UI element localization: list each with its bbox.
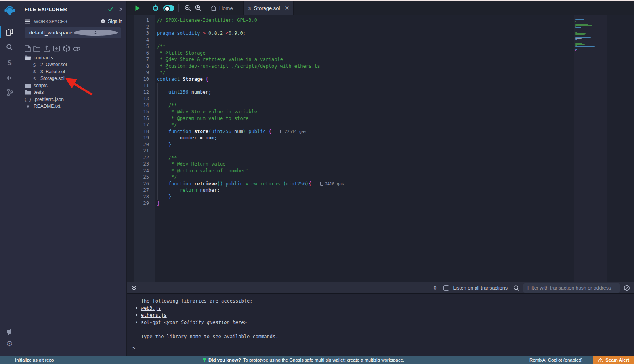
run-script-button[interactable] — [135, 5, 140, 11]
solidity-icon: S — [31, 76, 38, 81]
solidity-file-icon: S — [248, 5, 252, 11]
activity-bar: S ⚙ — [0, 1, 19, 356]
tree-item-3_Ballot.sol[interactable]: S3_Ballot.sol — [19, 68, 126, 75]
zoom-out-icon[interactable] — [184, 4, 191, 11]
workspaces-label: WORKSPACES — [34, 19, 100, 24]
indent-guide — [169, 187, 169, 194]
status-bar: Initialize as git repo Did you know? To … — [0, 356, 634, 364]
settings-gear-icon[interactable]: ⚙ — [0, 337, 19, 350]
solidity-icon: S — [31, 62, 38, 67]
remix-ide-window: S ⚙ FILE EXPLORER WORKSPACES — [0, 0, 634, 364]
svg-text:S: S — [33, 76, 36, 81]
chevron-right-icon[interactable] — [119, 7, 122, 11]
tree-item-README.txt[interactable]: README.txt — [19, 103, 126, 110]
svg-text:S: S — [248, 6, 251, 11]
collapse-terminal-icon[interactable] — [132, 286, 136, 291]
terminal-search-icon[interactable] — [513, 285, 519, 291]
svg-text:S: S — [7, 59, 12, 67]
clear-console-icon[interactable] — [624, 285, 630, 291]
remix-logo-icon[interactable] — [0, 4, 19, 17]
file-text-icon — [25, 104, 31, 109]
editor-minimap[interactable] — [574, 15, 607, 282]
upload-folder-icon[interactable] — [53, 45, 60, 52]
file-tree: contractsS2_Owner.solS3_Ballot.solSStora… — [19, 54, 126, 110]
indent-guide — [157, 83, 158, 200]
braces-icon: { } — [25, 97, 31, 102]
ai-copilot-robot-icon[interactable] — [152, 4, 159, 12]
folder-icon — [25, 83, 31, 88]
tree-item-label: 2_Owner.sol — [40, 62, 67, 67]
cube-icon[interactable] — [63, 45, 70, 52]
tree-item-label: scripts — [34, 83, 48, 88]
new-folder-icon[interactable] — [33, 46, 40, 52]
listen-transactions-label: Listen on all transactions — [453, 285, 508, 291]
file-explorer-icon[interactable] — [0, 26, 19, 38]
deploy-run-icon[interactable] — [0, 72, 19, 84]
tree-item-tests[interactable]: tests — [19, 89, 126, 96]
github-icon — [100, 19, 106, 24]
svg-text:{ }: { } — [25, 97, 31, 102]
ai-copilot-toggle[interactable] — [163, 5, 174, 11]
svg-text:S: S — [33, 63, 36, 67]
main-area: Home S Storage.sol ✕ 1234567891011121314… — [127, 1, 634, 356]
tree-item-2_Owner.sol[interactable]: S2_Owner.sol — [19, 61, 126, 69]
check-icon[interactable] — [108, 7, 113, 11]
warning-triangle-icon — [598, 358, 603, 362]
folder-icon — [25, 90, 31, 95]
tree-item-label: 3_Ballot.sol — [40, 69, 65, 74]
tree-item-label: tests — [34, 90, 44, 95]
tree-item-Storage.sol[interactable]: SStorage.sol — [19, 75, 126, 82]
git-icon[interactable] — [0, 86, 19, 99]
terminal-header: 0 Listen on all transactions — [127, 282, 634, 294]
tree-item-label: README.txt — [34, 103, 60, 109]
workspace-select[interactable]: default_workspace — [25, 27, 121, 38]
plugin-manager-icon[interactable] — [0, 325, 19, 338]
folder-open-icon — [25, 55, 31, 60]
workspace-sort-icon — [74, 30, 118, 36]
link-icon[interactable] — [73, 46, 80, 52]
lightbulb-icon — [203, 358, 206, 362]
terminal: 0 Listen on all transactions The followi… — [127, 282, 634, 356]
terminal-prompt[interactable]: > — [132, 345, 135, 351]
zoom-in-icon[interactable] — [195, 4, 202, 11]
init-git-repo-button[interactable]: Initialize as git repo — [15, 356, 54, 364]
editor-toolbar: Home S Storage.sol ✕ — [127, 1, 634, 15]
svg-text:S: S — [33, 69, 36, 74]
transaction-filter-input[interactable] — [523, 283, 620, 293]
panel-title: FILE EXPLORER — [25, 6, 108, 12]
home-icon — [210, 5, 217, 11]
tree-item-contracts[interactable]: contracts — [19, 54, 126, 61]
tip-bold-text: Did you know? — [208, 358, 241, 362]
solidity-icon: S — [31, 69, 38, 74]
transaction-count-badge: 0 — [434, 285, 437, 291]
workspaces-menu-icon[interactable] — [25, 19, 30, 24]
tip-text: To prototype using the Gnosis safe multi… — [243, 358, 405, 362]
tree-item-.prettierrc.json[interactable]: { }.prettierrc.json — [19, 96, 126, 103]
minimap-bars — [574, 15, 607, 51]
code-editor[interactable]: 1234567891011121314151617181920212223242… — [127, 15, 634, 282]
solidity-compiler-icon[interactable]: S — [0, 57, 19, 69]
copilot-status[interactable]: RemixAI Copilot (enabled) — [529, 358, 582, 362]
tab-home[interactable]: Home — [206, 1, 237, 15]
indent-guide — [169, 135, 169, 141]
tab-storage-sol[interactable]: S Storage.sol ✕ — [243, 1, 294, 15]
sign-in-button[interactable]: Sign in — [100, 19, 122, 24]
tree-item-label: .prettierrc.json — [34, 97, 64, 102]
scam-alert-button[interactable]: Scam Alert — [593, 356, 634, 364]
file-explorer-toolbar — [25, 45, 80, 52]
file-explorer-panel: FILE EXPLORER WORKSPACES Sign in default… — [19, 1, 127, 356]
new-file-icon[interactable] — [25, 45, 31, 52]
did-you-know-tip: Did you know? To prototype using the Gno… — [203, 356, 404, 364]
line-numbers: 1234567891011121314151617181920212223242… — [134, 17, 149, 207]
code-lines: // SPDX-License-Identifier: GPL-3.0 prag… — [157, 17, 344, 207]
tree-item-label: contracts — [34, 55, 53, 61]
search-icon[interactable] — [0, 41, 19, 53]
terminal-output[interactable]: The following libraries are accessible: … — [127, 294, 634, 356]
close-tab-icon[interactable]: ✕ — [285, 5, 289, 11]
upload-file-icon[interactable] — [43, 45, 50, 52]
tree-item-scripts[interactable]: scripts — [19, 82, 126, 89]
tree-item-label: Storage.sol — [40, 76, 65, 81]
listen-transactions-checkbox[interactable] — [443, 285, 449, 291]
